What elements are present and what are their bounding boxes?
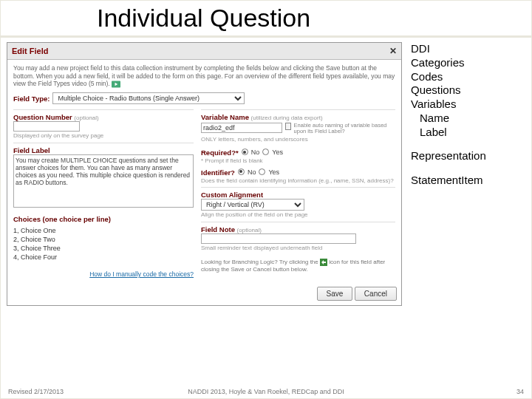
left-column: Question Number (optional) Displayed onl… [13, 106, 194, 278]
qnum-optional: (optional) [74, 115, 98, 121]
sidebar-representation: Representation [411, 149, 486, 163]
ddi-indent: Name [411, 112, 486, 126]
ddi-indent: Label [411, 126, 486, 140]
choice-item: 2, Choice Two [13, 235, 194, 244]
ddi-line: Variables [411, 98, 486, 112]
ddi-line: Questions [411, 83, 486, 98]
fieldnote-optional: (optional) [237, 227, 262, 233]
variable-name-input[interactable] [201, 123, 282, 133]
identifier-row: Identifier? No Yes [201, 168, 395, 177]
save-button[interactable]: Save [317, 287, 353, 301]
footer-center: NADDI 2013, Hoyle & Van Roekel, REDCap a… [1, 388, 531, 395]
question-number-input[interactable] [13, 121, 80, 132]
required-row: Required?* No Yes [201, 149, 395, 157]
ddi-line: Categories [411, 56, 486, 70]
auto-name-text: Enable auto naming of variable based upo… [294, 123, 395, 135]
field-type-row: Field Type: Multiple Choice - Radio Butt… [13, 92, 395, 104]
field-type-label: Field Type: [13, 95, 50, 103]
dialog-body: You may add a new project field to this … [7, 60, 401, 282]
footer: Revised 2/17/2013 NADDI 2013, Hoyle & Va… [1, 388, 531, 395]
field-type-select[interactable]: Multiple Choice - Radio Buttons (Single … [52, 92, 245, 104]
branch-pre: Looking for Branching Logic? Try clickin… [201, 259, 320, 266]
identifier-yes-text: Yes [268, 168, 279, 176]
identifier-yes-radio[interactable] [259, 168, 265, 175]
required-yes-text: Yes [272, 149, 283, 156]
variable-name-header: Variable Name (utilized during data expo… [201, 109, 395, 121]
required-yes-radio[interactable] [262, 149, 269, 155]
right-column: Variable Name (utilized during data expo… [201, 106, 395, 278]
field-note-header: Field Note (optional) [201, 222, 395, 233]
required-no-radio[interactable] [242, 149, 248, 155]
dialog-title: Edit Field [12, 47, 49, 55]
alignment-hint: Align the position of the field on the p… [201, 211, 395, 219]
intro-text: You may add a new project field to this … [13, 64, 395, 88]
choice-item: 4, Choice Four [13, 253, 194, 262]
alignment-header: Custom Alignment [201, 187, 395, 199]
slide-title: Individual Question [1, 1, 531, 38]
fieldnote-label: Field Note [201, 225, 235, 233]
identifier-no-radio[interactable] [238, 168, 245, 175]
choices-list: 1, Choice One 2, Choice Two 3, Choice Th… [13, 226, 194, 262]
slide-body: Edit Field ✕ You may add a new project f… [1, 38, 531, 306]
auto-name-checkbox[interactable] [285, 123, 291, 130]
varname-rules: ONLY letters, numbers, and underscores [201, 136, 395, 143]
identifier-hint: Does the field contain identifying infor… [201, 177, 395, 185]
choice-item: 3, Choice Three [13, 244, 194, 253]
identifier-label: Identifier? [201, 168, 235, 177]
sidebar-notes: DDI Categories Codes Questions Variables… [402, 42, 486, 306]
qnum-label-text: Question Number [13, 113, 72, 121]
two-column-area: Question Number (optional) Displayed onl… [13, 106, 395, 278]
field-label-textarea[interactable]: You may create MULTIPLE CHOICE questions… [13, 154, 194, 208]
identifier-no-text: No [248, 168, 256, 176]
varname-row: Enable auto naming of variable based upo… [201, 123, 395, 135]
cancel-button[interactable]: Cancel [355, 287, 397, 301]
required-label: Required?* [201, 149, 239, 157]
required-hint: * Prompt if field is blank [201, 157, 395, 165]
fieldnote-hint: Small reminder text displayed underneath… [201, 245, 395, 252]
edit-field-dialog: Edit Field ✕ You may add a new project f… [7, 42, 402, 306]
code-choices-link[interactable]: How do I manually code the choices? [89, 270, 194, 278]
required-no-text: No [251, 149, 260, 156]
branching-text: Looking for Branching Logic? Try clickin… [201, 259, 395, 273]
intro-copy: You may add a new project field to this … [13, 64, 395, 87]
choices-header: Choices (one choice per line) [13, 212, 194, 223]
ddi-line: Codes [411, 70, 486, 84]
ddi-line: DDI [411, 42, 486, 56]
video-icon [112, 80, 120, 87]
choice-item: 1, Choice One [13, 226, 194, 235]
dialog-buttons: Save Cancel [7, 282, 401, 305]
close-icon[interactable]: ✕ [389, 46, 397, 56]
varname-subhint: (utilized during data export) [251, 115, 323, 121]
field-note-input[interactable] [201, 233, 356, 244]
dialog-header: Edit Field ✕ [7, 43, 401, 60]
branch-icon [320, 259, 327, 266]
varname-label: Variable Name [201, 113, 249, 121]
question-number-label: Question Number (optional) [13, 109, 194, 121]
sidebar-statementitem: StatementItem [411, 174, 486, 188]
qnum-hint: Displayed only on the survey page [13, 132, 194, 140]
slide: Individual Question Edit Field ✕ You may… [0, 0, 532, 399]
field-label-header: Field Label [13, 143, 194, 154]
alignment-select[interactable]: Right / Vertical (RV) [201, 199, 304, 211]
